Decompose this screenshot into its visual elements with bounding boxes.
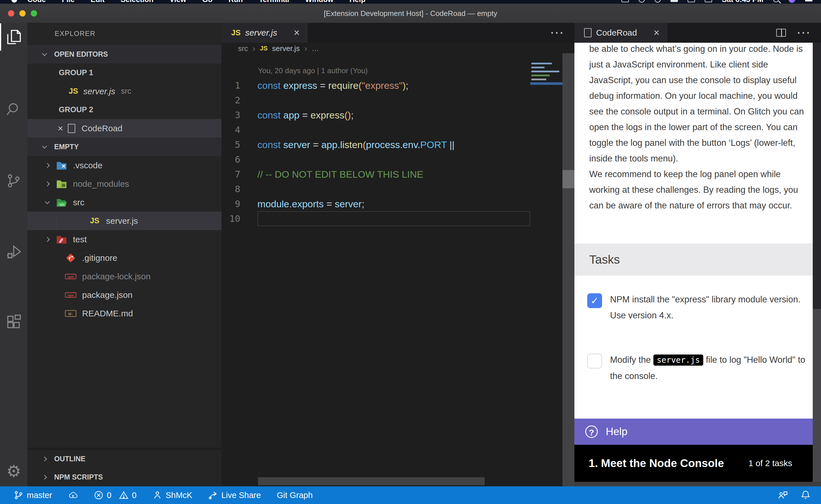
control-center-icon[interactable] (805, 0, 812, 1)
cloud-upload-icon (68, 490, 78, 500)
webview-file-icon (584, 28, 591, 37)
account-status[interactable]: ShMcK (152, 490, 192, 500)
run-debug-icon[interactable] (0, 238, 27, 266)
open-editors-header[interactable]: OPEN EDITORS (27, 45, 222, 63)
tasks-header: Tasks (574, 243, 813, 276)
apple-logo-icon[interactable] (11, 0, 17, 3)
minimap[interactable] (530, 54, 562, 486)
more-actions-icon[interactable]: ··· (797, 27, 811, 38)
explorer-icon[interactable] (0, 23, 27, 51)
code-line-1[interactable]: 1const express = require("express"); (222, 78, 530, 93)
close-window-button[interactable] (8, 10, 14, 17)
outline-section[interactable]: OUTLINE (27, 449, 222, 468)
menu-help[interactable]: Help (350, 0, 365, 4)
chevron-right-icon (45, 237, 50, 242)
live-share-status[interactable]: Live Share (208, 490, 261, 500)
close-tab-icon[interactable]: × (294, 28, 300, 38)
code-line-8[interactable]: 8 (222, 182, 530, 196)
code-line-10[interactable]: 10 (222, 211, 530, 226)
menubar-status-glyph[interactable] (655, 0, 661, 3)
zoom-window-button[interactable] (31, 10, 37, 17)
tree-item-src[interactable]: </> src (27, 193, 222, 212)
menubar-status-glyph[interactable] (705, 0, 712, 2)
folder-section-empty[interactable]: EMPTY (27, 138, 222, 156)
git-branch-status[interactable]: master (14, 490, 52, 500)
feedback-icon[interactable] (778, 490, 788, 500)
problems-status[interactable]: 0 0 (94, 490, 136, 500)
notifications-bell-icon[interactable] (800, 490, 811, 500)
code-lines: 1const express = require("express");23co… (222, 78, 530, 226)
tree-item-package-lock[interactable]: npm package-lock.json (27, 267, 222, 286)
breadcrumb[interactable]: src › JS server.js › … (222, 43, 574, 54)
menu-go[interactable]: Go (202, 0, 213, 4)
menu-terminal[interactable]: Terminal (259, 0, 289, 4)
code-line-6[interactable]: 6 (222, 152, 530, 167)
checkbox-checked-icon[interactable]: ✓ (587, 293, 602, 308)
sync-status[interactable] (68, 490, 78, 500)
task-item-2: Modify the server.js file to log "Hello … (587, 352, 807, 384)
menu-view[interactable]: View (169, 0, 186, 4)
menubar-status-glyph[interactable] (639, 0, 645, 3)
siri-icon[interactable] (789, 0, 795, 3)
source-control-icon[interactable] (0, 167, 27, 194)
minimize-window-button[interactable] (19, 10, 26, 17)
menu-edit[interactable]: Edit (91, 0, 105, 4)
extensions-icon[interactable] (0, 308, 27, 335)
webview-scrollbar[interactable] (813, 43, 821, 482)
svg-text:npm: npm (68, 293, 74, 297)
code-line-2[interactable]: 2 (222, 93, 530, 108)
inline-code: server.js (654, 355, 704, 366)
tree-item-node-modules[interactable]: JS node_modules (27, 175, 222, 193)
code-line-9[interactable]: 9module.exports = server; (222, 196, 530, 211)
open-editors-group-2: GROUP 2 (27, 101, 222, 119)
menu-run[interactable]: Run (228, 0, 243, 4)
help-bar[interactable]: ? Help (574, 419, 813, 445)
tree-item-serverjs[interactable]: JS server.js (27, 212, 222, 230)
open-editor-item-serverjs[interactable]: JS server.js src (27, 82, 222, 101)
settings-gear-icon[interactable]: ⚙ (0, 463, 27, 480)
close-tab-icon[interactable]: × (654, 28, 659, 38)
split-editor-icon[interactable] (776, 29, 786, 37)
horizontal-scrollbar[interactable] (258, 477, 485, 485)
menu-window[interactable]: Window (305, 0, 333, 4)
menu-selection[interactable]: Selection (120, 0, 154, 4)
tree-item-vscode[interactable]: .vscode (27, 156, 222, 175)
lesson-title: 1. Meet the Node Console (589, 457, 724, 470)
code-line-4[interactable]: 4 (222, 122, 530, 137)
close-icon[interactable]: × (55, 123, 66, 134)
menu-code[interactable]: Code (27, 0, 46, 4)
svg-text:M↓: M↓ (68, 312, 73, 316)
vertical-scrollbar[interactable] (562, 53, 574, 486)
webview-file-icon (68, 124, 75, 133)
npm-scripts-section[interactable]: NPM SCRIPTS (27, 468, 222, 486)
open-editor-item-coderoad[interactable]: × CodeRoad (27, 119, 222, 138)
menubar-clock[interactable]: Sat 6:43 PM (722, 0, 763, 4)
tab-serverjs[interactable]: JS server.js × (222, 23, 308, 43)
scrollbar-thumb[interactable] (562, 170, 574, 188)
code-editor[interactable]: You, 20 days ago | 1 author (You) 1const… (222, 54, 530, 486)
tree-item-package-json[interactable]: npm package.json (27, 286, 222, 304)
code-line-5[interactable]: 5const server = app.listen(process.env.P… (222, 137, 530, 152)
git-graph-status[interactable]: Git Graph (277, 491, 313, 500)
more-actions-icon[interactable]: ··· (551, 27, 565, 38)
code-line-7[interactable]: 7// -- DO NOT EDIT BELOW THIS LINE (222, 167, 530, 182)
line-number: 10 (222, 213, 240, 224)
code-line-3[interactable]: 3const app = express(); (222, 108, 530, 122)
lesson-footer[interactable]: 1. Meet the Node Console 1 of 2 tasks (574, 445, 813, 482)
checkbox-unchecked-icon[interactable] (587, 354, 602, 368)
line-number: 1 (222, 80, 240, 91)
menubar-status-glyph[interactable] (622, 0, 629, 2)
menubar-status-glyph[interactable] (671, 0, 678, 2)
task-progress-badge: 1 of 2 tasks (749, 458, 792, 468)
tab-coderoad[interactable]: CodeRoad × (574, 23, 667, 43)
tree-item-gitignore[interactable]: .gitignore (27, 249, 222, 267)
tree-item-readme[interactable]: M↓ README.md (27, 304, 222, 323)
gitlens-blame-annotation[interactable]: You, 20 days ago | 1 author (You) (258, 66, 530, 78)
spotlight-icon[interactable] (773, 0, 779, 2)
search-icon[interactable] (0, 96, 27, 123)
chevron-right-icon (42, 456, 47, 461)
tree-item-test[interactable]: test (27, 230, 222, 249)
menubar-status-glyph[interactable] (688, 0, 695, 2)
editor-tab-bar: JS server.js × ··· (222, 23, 574, 43)
menu-file[interactable]: File (62, 0, 75, 4)
